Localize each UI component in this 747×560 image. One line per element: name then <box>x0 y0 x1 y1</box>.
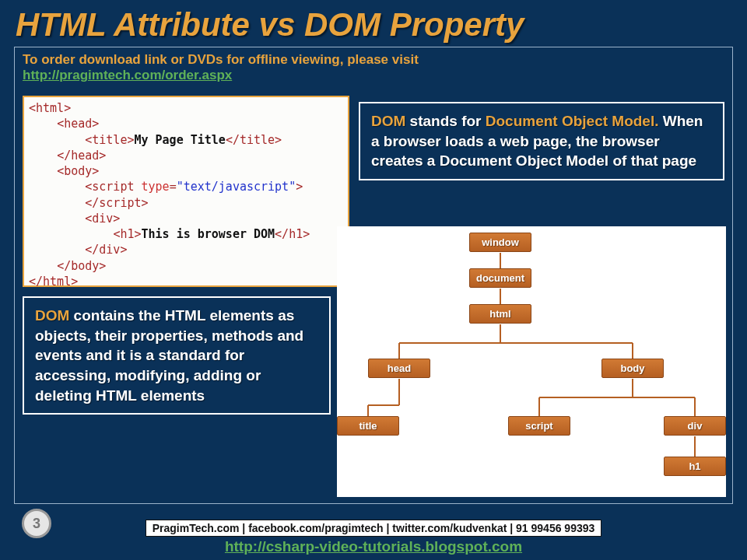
code-tag: </div> <box>85 243 127 257</box>
footer-link[interactable]: http://csharp-video-tutorials.blogspot.c… <box>225 538 522 555</box>
code-attr-value: "text/javascript" <box>177 180 296 194</box>
tree-node-h1: h1 <box>664 457 726 476</box>
code-tag: <script <box>85 180 134 194</box>
code-tag: > <box>296 180 303 194</box>
tree-node-body: body <box>601 359 664 378</box>
info-box-dom-definition: DOM stands for Document Object Model. Wh… <box>359 102 724 180</box>
code-tag: </title> <box>226 133 282 147</box>
code-tag: </h1> <box>275 227 310 241</box>
footer: PragimTech.com | facebook.com/pragimtech… <box>0 520 747 555</box>
body-text: stands for <box>405 113 485 129</box>
code-tag: <div> <box>85 212 120 226</box>
code-tag: </body> <box>57 259 106 273</box>
highlight-text: Document Object Model. <box>486 113 659 129</box>
code-tag: <html> <box>29 101 71 115</box>
code-tag: </head> <box>57 149 106 163</box>
tree-node-html: html <box>469 304 531 324</box>
code-tag: <title> <box>85 133 134 147</box>
dom-tree-diagram: window document html head body title scr… <box>337 226 726 497</box>
code-tag: </html> <box>29 275 78 289</box>
highlight-text: DOM <box>371 113 405 129</box>
order-link[interactable]: http://pragimtech.com/order.aspx <box>23 68 232 82</box>
content-frame: To order download link or DVDs for offli… <box>14 47 733 504</box>
highlight-text: DOM <box>35 307 69 324</box>
tree-node-script: script <box>508 416 570 436</box>
code-tag: <body> <box>57 164 99 178</box>
code-text: My Page Title <box>134 133 225 147</box>
tree-node-head: head <box>368 359 430 378</box>
tree-node-div: div <box>664 416 726 436</box>
code-tag: <head> <box>57 117 99 131</box>
tree-node-window: window <box>469 233 531 252</box>
tree-node-document: document <box>469 268 531 288</box>
code-tag: = <box>170 180 177 194</box>
order-text: To order download link or DVDs for offli… <box>23 52 724 68</box>
code-tag: <h1> <box>113 227 141 241</box>
code-text: This is browser DOM <box>142 227 275 241</box>
tree-node-title: title <box>337 416 399 436</box>
code-attr-name: type <box>142 180 170 194</box>
code-tag: </script> <box>85 196 148 210</box>
body-text: contains the HTML elements as objects, t… <box>35 307 303 404</box>
code-sample: <html> <head> <title>My Page Title</titl… <box>23 96 349 287</box>
footer-contacts: PragimTech.com | facebook.com/pragimtech… <box>146 520 602 537</box>
slide-title: HTML Attribute vs DOM Property <box>0 0 747 47</box>
info-box-dom-contains: DOM contains the HTML elements as object… <box>23 296 331 415</box>
